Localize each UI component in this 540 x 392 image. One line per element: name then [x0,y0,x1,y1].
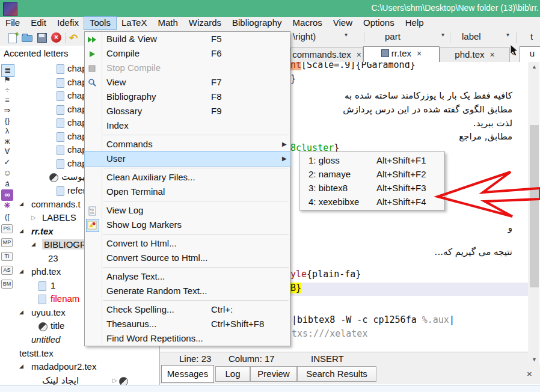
menu-item-generate-random-text[interactable]: Generate Random Text... [85,284,290,298]
menu-item-find-word-repetitions[interactable]: Find Word Repetitions... [85,331,290,346]
code-segment: B} [290,283,301,293]
menubar-item-bibliography[interactable]: Bibliography [227,17,287,29]
menu-item-shortcut: Ctrl+Shift+F8 [211,317,264,331]
menubar-item-latex[interactable]: LaTeX [116,17,153,29]
editor-tab-commands-tex[interactable]: commands.tex× [290,47,363,63]
ti-icon[interactable]: TI [1,252,13,261]
menu-item-bibliography[interactable]: BibliographyF8 [85,90,290,104]
scrollbar-thumb[interactable] [530,125,539,287]
brackets-icon[interactable]: ([ [1,212,13,223]
editor-scrollbar[interactable]: ▲ ▼ [529,62,539,365]
menu-item-view[interactable]: ViewF7 [85,75,290,90]
menubar-item-file[interactable]: File [0,17,25,29]
menubar-item-view[interactable]: View [328,17,358,29]
menu-item-clean-auxiliary-files[interactable]: Clean Auxiliary Files... [85,170,290,185]
menu-item-commands[interactable]: Commands▶ [85,137,290,152]
tree-item-label: title [51,320,64,331]
toolbar-separator [65,32,66,43]
editor-tab-partial[interactable]: u [520,46,540,63]
bottom-tab-messages[interactable]: Messages [161,365,214,383]
editor-tab-rr-tex[interactable]: rr.tex× [363,46,440,63]
tab-close-icon[interactable]: × [490,50,495,60]
user-command-4-xexebibxe[interactable]: 4: xexebibxeAlt+Shift+F4 [299,195,444,209]
menu-item-open-terminal[interactable]: Open Terminal [85,185,290,199]
tree-item[interactable]: tetstt.tex [14,348,159,361]
bottom-tab-log[interactable]: Log [215,366,250,382]
menu-item-check-spelling[interactable]: Check Spelling...Ctrl+: [85,302,290,317]
check-icon[interactable]: ✓ [1,157,13,168]
menu-item-convert-source-to-html[interactable]: Convert Source to Html... [85,251,290,265]
menu-item-view-log[interactable]: logView Log [85,203,290,218]
expanded-icon[interactable]: ◢ [19,228,23,234]
asterisk-icon[interactable]: ✳ [1,200,13,212]
collapsed-icon[interactable]: ▷ [112,377,117,384]
menu-item-convert-to-html[interactable]: Convert to Html... [85,236,290,251]
code-segment: [Scale=.9]{PGaramond} [301,62,416,70]
tab-close-icon[interactable]: × [417,49,422,58]
menu-item-compile[interactable]: CompileF6 [85,46,290,61]
menubar-item-options[interactable]: Options [358,17,400,29]
math-symbol-combo[interactable]: \right)▾ [293,31,351,44]
tab-label: rr.tex [391,48,411,58]
expanded-icon[interactable]: ◢ [19,363,23,369]
user-command-label: 2: namaye [308,167,351,181]
stop-icon [87,63,98,73]
editor-tab-phd-tex[interactable]: phd.tex× [440,47,510,63]
menubar-item-math[interactable]: Math [152,17,183,29]
sectioning-combo[interactable]: part▾ [385,31,445,44]
mp-icon[interactable]: MP [1,238,13,247]
menu-item-index[interactable]: Index [85,118,290,133]
tab-close-icon[interactable]: × [357,50,361,60]
panel-close-icon[interactable]: × [527,369,532,379]
undo-icon[interactable]: ↶ [68,32,80,44]
editor-line: yle{plain-fa} [290,269,361,280]
expanded-icon[interactable]: ◢ [19,268,23,274]
scroll-down-icon[interactable]: ▼ [529,355,539,365]
menubar-item-help[interactable]: Help [400,17,429,29]
user-command-2-namaye[interactable]: 2: namayeAlt+Shift+F2 [299,167,444,181]
scroll-up-icon[interactable]: ▲ [529,62,539,72]
file-icon [57,186,64,196]
forall-icon[interactable]: ∀ [1,146,13,158]
save-icon[interactable] [36,32,48,44]
user-command-1-gloss[interactable]: 1: glossAlt+Shift+F1 [299,153,444,167]
close-icon[interactable]: × [51,32,63,44]
bottom-tab-preview[interactable]: Preview [250,366,297,382]
tree-item-label: madadpour2.tex [31,361,96,372]
smiley-icon[interactable]: ☺ [1,168,13,179]
menubar-item-wizards[interactable]: Wizards [183,17,227,29]
bm-icon[interactable]: BM [1,280,13,289]
bottom-tab-search-results[interactable]: Search Results [297,366,376,382]
toolbar-separator [364,32,364,43]
menu-item-analyse-text[interactable]: Analyse Text... [85,269,290,284]
tree-item[interactable]: ◢madadpour2.tex [14,361,159,374]
tree-item-label: rr.tex [31,226,54,236]
partial-combo[interactable]: t [530,31,540,44]
menu-item-user[interactable]: User▶ [85,152,290,166]
menu-item-shortcut: F5 [211,32,222,46]
expanded-icon[interactable]: ◢ [31,241,35,247]
expanded-icon[interactable]: ◢ [19,201,23,207]
menu-item-show-log-markers[interactable]: Show Log Markers [85,218,290,232]
collapsed-icon[interactable]: ▷ [31,214,36,221]
open-file-icon[interactable] [21,32,33,44]
menubar-item-tools[interactable]: Tools [84,17,116,29]
menu-item-build-view[interactable]: Build & ViewF5 [85,32,290,46]
menubar-item-idefix[interactable]: Idefix [52,17,84,29]
menu-item-thesaurus[interactable]: Thesaurus...Ctrl+Shift+F8 [85,317,290,331]
as-icon[interactable]: AS [1,266,13,275]
code-segment: {plain-fa} [307,269,361,280]
ps-icon[interactable]: PS [1,224,13,233]
reference-combo[interactable]: label▾ [462,31,510,44]
accent-icon[interactable]: á [1,179,13,190]
tab-scroll-left-icon[interactable]: ◂ [511,49,515,57]
infinity-icon[interactable]: ∞ [1,189,13,201]
user-command-3-bibtex8[interactable]: 3: bibtex8Alt+Shift+F3 [299,181,444,195]
new-file-icon[interactable] [7,32,19,44]
expanded-icon[interactable]: ◢ [19,309,23,315]
menubar-item-macros[interactable]: Macros [287,17,328,29]
menu-separator [103,201,289,201]
menu-item-glossary[interactable]: GlossaryF9 [85,104,290,118]
sidebar-header[interactable]: Accented letters [4,48,69,58]
menubar-item-edit[interactable]: Edit [25,17,52,29]
